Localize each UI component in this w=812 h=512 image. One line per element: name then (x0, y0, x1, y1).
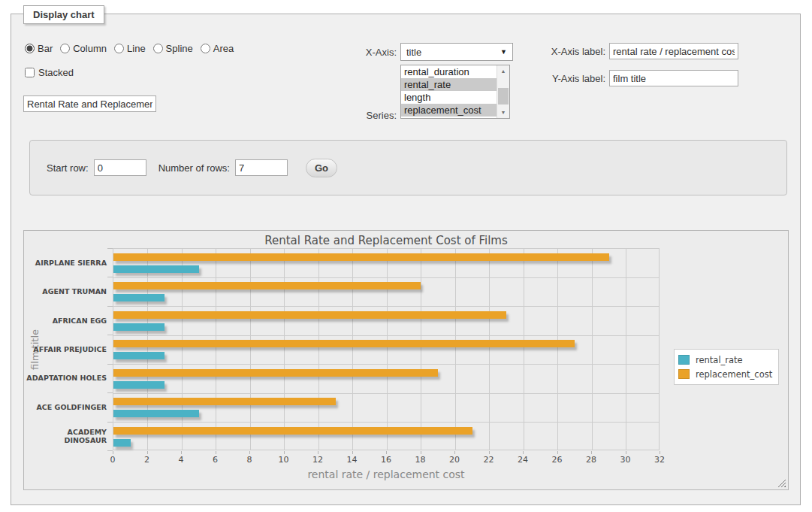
chart-type-option-line[interactable]: Line (114, 43, 146, 54)
column-radio[interactable] (60, 44, 70, 53)
panel-legend: Display chart (23, 5, 104, 24)
series-options: rental_duration rental_rate length repla… (401, 65, 497, 118)
series-option-rental-rate[interactable]: rental_rate (401, 78, 497, 91)
replacement_cost-legend-swatch (678, 369, 690, 379)
series-option-replacement-cost[interactable]: replacement_cost (401, 104, 497, 117)
line-radio-label: Line (127, 43, 146, 54)
y-tick-mark (107, 422, 113, 423)
x-tick-mark (557, 451, 558, 454)
series-option-rental-duration[interactable]: rental_duration (401, 65, 497, 78)
category-label: ACE GOLDFINGER (24, 392, 107, 421)
x-tick-mark (523, 451, 524, 454)
y-axis-label-input[interactable] (609, 70, 738, 86)
x-tick-label: 20 (439, 455, 469, 465)
x-tick-mark (147, 451, 148, 454)
num-rows-label: Number of rows: (158, 162, 230, 174)
x-tick-label: 10 (269, 455, 299, 465)
gridline (626, 249, 626, 450)
chart-title-input[interactable] (23, 95, 156, 112)
legend-label: rental_rate (696, 355, 743, 365)
chart-title: Rental Rate and Replacement Cost of Film… (113, 234, 660, 247)
x-tick-label: 22 (474, 455, 504, 465)
x-tick-label: 24 (508, 455, 538, 465)
rental_rate-bar (113, 265, 199, 273)
chart-x-axis-label: rental rate / replacement cost (113, 468, 660, 480)
x-tick-mark (591, 451, 592, 454)
rental_rate-legend-swatch (678, 355, 690, 365)
start-row-label: Start row: (47, 162, 89, 174)
x-axis-select-label: X-Axis: (325, 47, 397, 58)
scroll-down-icon[interactable]: ▼ (497, 107, 509, 118)
chart-type-option-area[interactable]: Area (201, 43, 234, 54)
scrollbar-thumb[interactable] (498, 88, 509, 105)
spline-radio[interactable] (153, 44, 163, 53)
plot-area (113, 248, 660, 450)
stacked-checkbox[interactable] (25, 68, 35, 77)
rental_rate-bar (113, 294, 165, 301)
chart-legend: rental_ratereplacement_cost (674, 349, 779, 385)
bar-radio[interactable] (25, 44, 35, 53)
x-tick-label: 6 (201, 455, 231, 465)
legend-item: replacement_cost (678, 367, 772, 381)
y-tick-mark (107, 364, 113, 365)
gridline (421, 249, 421, 450)
start-row-input[interactable] (94, 159, 146, 176)
go-button[interactable]: Go (306, 159, 337, 177)
x-tick-mark (113, 451, 113, 454)
gridline (113, 306, 659, 307)
gridline (113, 393, 659, 394)
stacked-label: Stacked (38, 67, 74, 78)
replacement_cost-bar (113, 340, 575, 347)
x-tick-mark (454, 451, 455, 454)
gridline (592, 249, 593, 450)
gridline (557, 249, 558, 450)
replacement_cost-bar (113, 311, 506, 319)
category-label: ACADEMY DINOSAUR (24, 422, 107, 450)
y-tick-mark (107, 277, 113, 277)
y-tick-mark (107, 450, 113, 451)
display-chart-panel: Display chart Bar Column Line Spline Are… (11, 14, 801, 505)
x-tick-mark (386, 451, 387, 454)
chart-container: Rental Rate and Replacement Cost of Film… (23, 230, 789, 490)
x-axis-selected-value: title (406, 47, 421, 58)
resize-handle-icon[interactable] (777, 479, 786, 487)
stacked-option[interactable]: Stacked (25, 67, 74, 78)
y-tick-mark (107, 392, 113, 393)
x-tick-mark (626, 451, 626, 454)
rental_rate-bar (113, 352, 165, 359)
row-controls-box: Start row: Number of rows: Go (29, 140, 787, 195)
y-axis-label-field-label: Y-Axis label: (492, 73, 605, 84)
rental_rate-bar (113, 410, 199, 417)
replacement_cost-bar (113, 398, 336, 405)
bar-radio-label: Bar (38, 43, 53, 54)
column-radio-label: Column (73, 43, 107, 54)
chart-type-option-spline[interactable]: Spline (153, 43, 193, 54)
x-tick-label: 18 (406, 455, 436, 465)
x-tick-mark (216, 451, 216, 454)
category-label: AGENT TRUMAN (24, 277, 107, 305)
x-tick-mark (181, 451, 182, 454)
x-tick-mark (284, 451, 285, 454)
line-radio[interactable] (114, 44, 124, 53)
gridline (113, 422, 659, 423)
gridline (489, 249, 490, 450)
gridline (113, 364, 659, 365)
num-rows-input[interactable] (235, 159, 288, 176)
chart-type-option-bar[interactable]: Bar (25, 43, 53, 54)
x-axis-label-input[interactable] (609, 43, 738, 59)
category-label: AIRPLANE SIERRA (24, 248, 107, 277)
x-tick-label: 14 (337, 455, 367, 465)
series-option-length[interactable]: length (401, 91, 497, 104)
replacement_cost-bar (113, 253, 609, 261)
legend-item: rental_rate (678, 353, 772, 367)
y-tick-mark (107, 306, 113, 307)
x-tick-label: 4 (166, 455, 196, 465)
area-radio[interactable] (201, 44, 210, 53)
x-tick-mark (421, 451, 421, 454)
x-tick-label: 16 (371, 455, 401, 465)
x-tick-label: 8 (234, 455, 264, 465)
x-tick-mark (489, 451, 490, 454)
gridline (284, 249, 285, 450)
chart-type-option-column[interactable]: Column (60, 43, 107, 54)
spline-radio-label: Spline (166, 43, 193, 54)
